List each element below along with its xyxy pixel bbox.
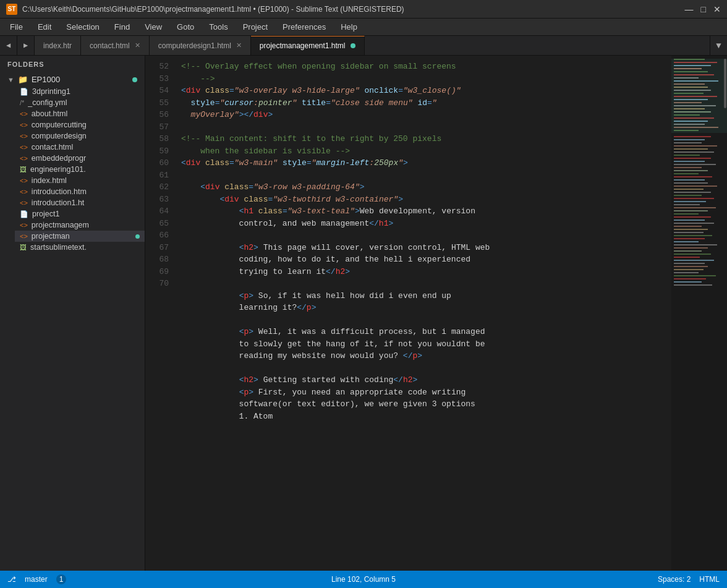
svg-rect-26 <box>674 136 711 137</box>
svg-rect-71 <box>674 275 716 276</box>
tab-label: projectmanagement1.html <box>260 41 346 50</box>
tab-nav-right[interactable]: ▶ <box>17 36 35 55</box>
file-icon: <> <box>20 155 28 162</box>
svg-rect-70 <box>674 272 699 273</box>
folder-icon: 📁 <box>18 75 28 84</box>
file-name: index.html <box>32 176 67 185</box>
close-button[interactable]: ✕ <box>713 4 721 14</box>
svg-rect-51 <box>674 213 699 215</box>
language-indicator[interactable]: HTML <box>699 575 720 584</box>
menu-item-view[interactable]: View <box>138 20 168 33</box>
svg-rect-28 <box>674 142 702 143</box>
svg-rect-48 <box>674 204 700 205</box>
file-name: computercutting <box>32 121 87 129</box>
svg-rect-50 <box>674 210 708 211</box>
list-item[interactable]: 📄project1 <box>15 208 145 219</box>
code-content[interactable]: <!-- Overlay effect when opening sidebar… <box>175 56 671 571</box>
status-left: ⎇ master 1 <box>7 574 66 584</box>
svg-rect-30 <box>674 148 708 150</box>
list-item[interactable]: <>about.html <box>15 108 145 119</box>
list-item[interactable]: <>computercutting <box>15 119 145 130</box>
modified-badge <box>132 77 137 82</box>
menu-item-edit[interactable]: Edit <box>32 20 57 33</box>
file-name: _config.yml <box>28 98 67 107</box>
svg-rect-67 <box>674 263 705 264</box>
spaces-indicator[interactable]: Spaces: 2 <box>658 575 691 584</box>
svg-rect-54 <box>674 223 714 224</box>
file-name: contact.html <box>32 143 73 151</box>
svg-rect-60 <box>674 241 699 242</box>
list-item[interactable]: 🖼startsublimetext. <box>15 242 145 253</box>
menu-item-help[interactable]: Help <box>334 20 364 33</box>
list-item[interactable]: <>projectman <box>15 231 145 242</box>
file-name: embeddedprogr <box>32 154 86 163</box>
list-item[interactable]: <>contact.html <box>15 142 145 153</box>
svg-rect-34 <box>674 161 705 162</box>
line-col-text: Line 102, Column 5 <box>331 575 396 584</box>
svg-rect-32 <box>674 155 700 156</box>
menu-item-preferences[interactable]: Preferences <box>276 20 332 33</box>
list-item[interactable]: <>computerdesign <box>15 130 145 142</box>
menu-item-selection[interactable]: Selection <box>60 20 105 33</box>
list-item[interactable]: /*_config.yml <box>15 97 145 108</box>
tab-nav-left[interactable]: ◀ <box>0 36 17 55</box>
file-icon: 📄 <box>20 210 28 218</box>
window-controls[interactable]: — □ ✕ <box>685 4 721 14</box>
file-name: startsublimetext. <box>30 243 87 252</box>
menubar: FileEditSelectionFindViewGotoToolsProjec… <box>0 19 727 36</box>
editor-area[interactable]: 52 53 54 55 56 57 58 59 60 61 62 63 64 6… <box>145 56 727 571</box>
svg-rect-55 <box>674 226 702 227</box>
maximize-button[interactable]: □ <box>701 4 706 14</box>
file-icon: 📄 <box>20 88 28 96</box>
window-title: C:\Users\Keith\Documents\GitHub\EP1000\p… <box>22 5 404 14</box>
git-branch[interactable]: master <box>25 575 48 584</box>
menu-item-project[interactable]: Project <box>237 20 274 33</box>
root-folder[interactable]: ▼ 📁 EP1000 <box>0 73 145 86</box>
tabs-dropdown-btn[interactable]: ▼ <box>710 36 727 55</box>
title-left: ST C:\Users\Keith\Documents\GitHub\EP100… <box>6 4 404 15</box>
menu-item-tools[interactable]: Tools <box>203 20 234 33</box>
list-item[interactable]: 📄3dprinting1 <box>15 86 145 97</box>
line-col: Line 102, Column 5 <box>331 575 396 584</box>
file-name: 3dprinting1 <box>32 87 70 96</box>
folders-header: FOLDERS <box>0 56 145 73</box>
tab-projectmanagement1-html[interactable]: projectmanagement1.html <box>251 36 365 55</box>
svg-rect-56 <box>674 229 708 230</box>
svg-rect-46 <box>674 198 714 199</box>
list-item[interactable]: <>introduction.htm <box>15 186 145 197</box>
svg-rect-74 <box>674 284 712 286</box>
svg-rect-43 <box>674 189 704 190</box>
tab-contact-html[interactable]: contact.html ✕ <box>81 36 150 55</box>
svg-rect-66 <box>674 260 714 261</box>
file-list: 📄3dprinting1 /*_config.yml <>about.html … <box>0 86 145 253</box>
tab-index-htr[interactable]: index.htr <box>35 36 81 55</box>
folder-arrow-icon: ▼ <box>7 76 14 83</box>
minimize-button[interactable]: — <box>685 4 694 14</box>
menu-item-file[interactable]: File <box>4 20 29 33</box>
statusbar: ⎇ master 1 Line 102, Column 5 Spaces: 2 … <box>0 571 727 588</box>
git-badge: 1 <box>56 574 67 584</box>
svg-rect-47 <box>674 201 706 202</box>
tab-computerdesign1-html[interactable]: computerdesign1.html ✕ <box>150 36 251 55</box>
list-item[interactable]: 🖼engineering101. <box>15 164 145 175</box>
menu-item-find[interactable]: Find <box>108 20 136 33</box>
svg-rect-72 <box>674 278 706 279</box>
main-layout: FOLDERS ▼ 📁 EP1000 📄3dprinting1 /*_confi… <box>0 56 727 571</box>
file-modified-dot <box>135 234 140 239</box>
file-icon: <> <box>20 110 28 117</box>
svg-rect-44 <box>674 192 711 193</box>
menu-item-goto[interactable]: Goto <box>171 20 200 33</box>
svg-rect-75 <box>724 59 726 108</box>
list-item[interactable]: <>embeddedprogr <box>15 153 145 164</box>
svg-rect-52 <box>674 216 711 218</box>
list-item[interactable]: <>projectmanagem <box>15 219 145 231</box>
status-right: Spaces: 2 HTML <box>658 575 720 584</box>
svg-rect-45 <box>674 195 702 196</box>
tab-close-icon[interactable]: ✕ <box>135 41 140 49</box>
list-item[interactable]: <>index.html <box>15 175 145 186</box>
tab-close-icon[interactable]: ✕ <box>236 41 242 49</box>
root-folder-name: EP1000 <box>32 75 60 84</box>
svg-rect-35 <box>674 164 716 165</box>
list-item[interactable]: <>introduction1.ht <box>15 197 145 208</box>
svg-rect-69 <box>674 269 704 270</box>
